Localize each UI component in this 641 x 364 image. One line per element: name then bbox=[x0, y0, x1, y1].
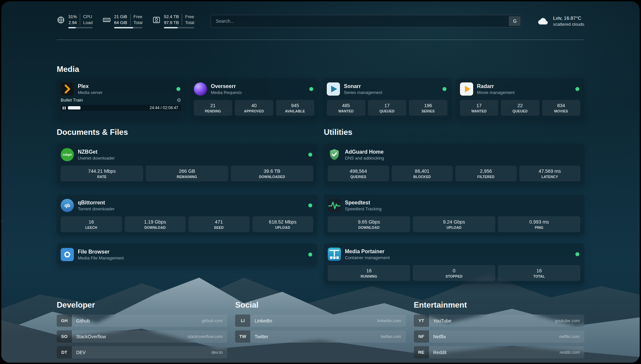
cpu-usage-fill bbox=[68, 27, 76, 28]
disk-label-bottom: Total bbox=[185, 20, 194, 26]
stat-value: 16 bbox=[89, 219, 94, 225]
stat-value: 196 bbox=[424, 103, 432, 108]
stat-tile: 17 WANTED bbox=[460, 100, 499, 116]
section-title-documents: Documents & Files bbox=[57, 127, 317, 137]
radarr-icon bbox=[460, 82, 473, 96]
service-card-plex[interactable]: Plex Media server Bullet Train ⚙ 24:44 /… bbox=[57, 78, 185, 119]
bookmark-youtube[interactable]: YT YouTube youtube.com bbox=[414, 315, 584, 327]
search-bar[interactable]: G bbox=[211, 15, 522, 27]
status-online-dot bbox=[443, 87, 446, 91]
stat-tile: 9.65 Gbps DOWNLOAD bbox=[328, 216, 410, 232]
bookmark-url: youtube.com bbox=[555, 318, 580, 323]
search-provider-button[interactable]: G bbox=[509, 16, 521, 26]
bookmark-abbr: RE bbox=[414, 346, 429, 358]
stat-value: 86,401 bbox=[415, 168, 429, 174]
stat-tile: 471 SEED bbox=[188, 216, 250, 232]
bookmark-reddit[interactable]: RE Reddit reddit.com bbox=[414, 346, 584, 358]
stat-value: 21 bbox=[210, 103, 216, 108]
stat-tile: 498,564 QUERIES bbox=[328, 166, 389, 181]
bookmark-abbr: DT bbox=[57, 346, 72, 358]
playback-track[interactable] bbox=[68, 106, 147, 109]
sonarr-icon bbox=[327, 82, 340, 96]
stat-tile: 0 STOPPED bbox=[413, 265, 495, 281]
service-card-adguard[interactable]: AdGuard Home DNS and adblocking 498,564 … bbox=[324, 144, 584, 185]
nzbget-icon: nzbget bbox=[61, 148, 74, 161]
service-title: Sonarr bbox=[344, 83, 382, 90]
documents-column: Documents & Files nzbget NZBGet Usenet d… bbox=[57, 127, 317, 266]
service-card-sonarr[interactable]: Sonarr Series management 485 WANTED 17 Q… bbox=[323, 78, 451, 119]
bookmark-linkedin[interactable]: LI LinkedIn linkedin.com bbox=[235, 315, 406, 327]
section-title-utilities: Utilities bbox=[324, 127, 584, 137]
stat-tile: 16 LEECH bbox=[61, 216, 122, 232]
overseerr-icon bbox=[194, 82, 207, 96]
weather-condition: scattered clouds bbox=[553, 21, 584, 27]
weather-location: Lviv, 16.87°C bbox=[553, 15, 584, 21]
bookmark-stackoverflow[interactable]: SO StackOverflow stackoverflow.com bbox=[57, 330, 227, 343]
stat-label: SEED bbox=[214, 226, 224, 229]
stat-tile: 196 SERIES bbox=[409, 100, 447, 116]
pause-icon[interactable] bbox=[63, 106, 66, 109]
service-title: qBittorrent bbox=[78, 199, 114, 206]
disk-usage-bar bbox=[164, 27, 194, 28]
service-card-nzbget[interactable]: nzbget NZBGet Usenet downloader 744.21 M… bbox=[57, 144, 317, 185]
stat-value: 744.21 Mbps bbox=[88, 168, 116, 174]
stat-tile: 22 QUEUED bbox=[501, 100, 539, 116]
status-online-dot bbox=[308, 203, 312, 207]
stat-value: 0 bbox=[453, 268, 455, 273]
bookmark-abbr: GH bbox=[57, 315, 72, 327]
service-card-speedtest[interactable]: Speedtest Speedtest Tracking 9.65 Gbps D… bbox=[324, 195, 584, 235]
disk-total-value: 97.9 TB bbox=[164, 20, 179, 26]
stat-label: QUEUED bbox=[512, 109, 528, 113]
bookmark-url: netflix.com bbox=[559, 334, 580, 339]
portainer-icon bbox=[328, 248, 341, 261]
stat-tile: 485 WANTED bbox=[327, 100, 365, 116]
service-subtitle: Speedtest Tracking bbox=[345, 206, 382, 212]
bookmark-group-developer: Developer GH Github github.com SO StackO… bbox=[57, 300, 227, 358]
bookmark-abbr: TW bbox=[235, 330, 250, 343]
bookmark-group-social: Social LI LinkedIn linkedin.com TW Twitt… bbox=[235, 300, 406, 358]
service-card-overseerr[interactable]: Overseerr Media Requests 21 PENDING 40 A… bbox=[190, 78, 319, 119]
playback-fill bbox=[68, 106, 81, 109]
service-subtitle: Usenet downloader bbox=[78, 155, 115, 161]
stat-label: RATE bbox=[97, 175, 107, 179]
stat-value: 39.6 TB bbox=[264, 168, 281, 174]
stat-value: 16 bbox=[366, 268, 372, 273]
stat-value: 834 bbox=[557, 103, 565, 108]
stat-value: 47.569 ms bbox=[538, 168, 561, 174]
stat-label: MOVIES bbox=[554, 109, 568, 113]
bookmark-netflix[interactable]: NF Netflix netflix.com bbox=[414, 330, 584, 343]
stat-tile: 618.52 Mbps UPLOAD bbox=[252, 216, 314, 232]
service-card-portainer[interactable]: Media Portainer Container management 16 … bbox=[324, 243, 584, 284]
disk-usage-fill bbox=[164, 27, 178, 28]
service-card-radarr[interactable]: Radarr Movie management 17 WANTED 22 QUE… bbox=[456, 78, 585, 119]
memory-widget: 21 GiB 64 GiB Free Total bbox=[103, 14, 142, 28]
service-card-filebrowser[interactable]: File Browser Media File Management bbox=[57, 243, 317, 266]
bookmark-github[interactable]: GH Github github.com bbox=[57, 315, 227, 327]
cpu-usage-bar bbox=[68, 27, 93, 28]
bookmark-twitter[interactable]: TW Twitter twitter.com bbox=[235, 330, 406, 343]
stat-tile: 86,401 BLOCKED bbox=[392, 166, 453, 181]
service-subtitle: Media File Management bbox=[78, 255, 124, 261]
stat-value: 16 bbox=[536, 268, 542, 273]
search-input[interactable] bbox=[216, 18, 509, 24]
service-card-qbittorrent[interactable]: qb qBittorrent Torrent downloader 16 LEE… bbox=[57, 195, 317, 235]
service-subtitle: Movie management bbox=[477, 90, 515, 95]
stat-value: 9.65 Gbps bbox=[358, 219, 380, 225]
gear-icon[interactable]: ⚙ bbox=[177, 98, 181, 103]
playback-time: 24:44 / 02:06:47 bbox=[150, 106, 178, 110]
playback-progress-bar[interactable]: 24:44 / 02:06:47 bbox=[61, 105, 181, 111]
stat-value: 945 bbox=[291, 103, 299, 108]
stat-label: REMAINING bbox=[177, 175, 197, 179]
stat-label: DOWNLOADED bbox=[259, 175, 285, 179]
bookmark-dev[interactable]: DT DEV dev.to bbox=[57, 346, 227, 358]
stat-label: FILTERED bbox=[477, 175, 495, 179]
disk-widget: 52.4 TB 97.9 TB Free Total bbox=[152, 14, 194, 28]
service-title: File Browser bbox=[78, 249, 124, 255]
stat-value: 17 bbox=[476, 103, 482, 108]
bookmark-name: Twitter bbox=[255, 334, 268, 339]
stat-value: 618.52 Mbps bbox=[269, 219, 296, 225]
stat-tile: 47.569 ms LATENCY bbox=[519, 166, 581, 181]
status-online-dot bbox=[176, 87, 180, 91]
status-online-dot bbox=[575, 252, 579, 256]
disk-icon bbox=[152, 14, 161, 24]
